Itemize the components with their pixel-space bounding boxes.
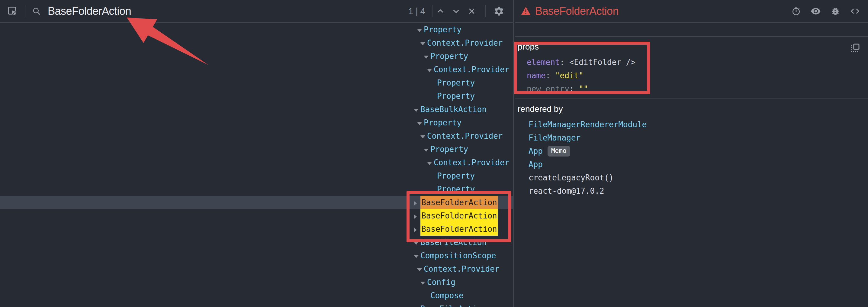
component-name: Context.Provider [424,262,499,276]
rendered-by-item: react-dom@17.0.2 [515,184,868,197]
tree-row[interactable]: Property [0,50,514,63]
prop-value[interactable]: <EditFolder /> [569,58,636,67]
component-name: Context.Provider [427,36,502,50]
tree-row[interactable]: Property [0,23,514,36]
search-input[interactable]: BaseFolderAction [48,5,408,18]
component-name: BaseBulkAction [421,103,487,116]
components-tree-panel: BaseFolderAction 1 | 4 PropertyContext.P… [0,0,514,307]
toolbar-divider [485,5,486,17]
tree-row[interactable]: Context.Provider [0,129,514,143]
caret-icon[interactable] [414,236,421,250]
caret-icon[interactable] [414,223,421,236]
component-name: Compose [430,289,464,302]
tree-row[interactable]: Property [0,143,514,156]
caret-icon[interactable] [427,63,434,77]
tree-row[interactable]: Property [0,89,514,103]
rendered-by-item[interactable]: AppMemo [515,145,868,158]
tree-row[interactable]: BaseBulkAction [0,103,514,116]
caret-icon[interactable] [424,143,430,156]
rendered-by-heading: rendered by [515,103,868,115]
bug-icon[interactable] [831,6,840,16]
component-name: Property [437,76,475,89]
caret-icon[interactable] [427,156,434,170]
rendered-by-section: rendered by FileManagerRendererModuleFil… [515,99,868,197]
caret-icon[interactable] [417,263,424,276]
props-entry[interactable]: name: "edit" [515,69,868,82]
chevron-down-icon[interactable] [452,7,460,16]
rendered-by-item[interactable]: App [515,158,868,171]
component-name: BaseFileAction [421,236,487,249]
left-toolbar: BaseFolderAction 1 | 4 [0,0,513,23]
component-tree: PropertyContext.ProviderPropertyContext.… [0,23,514,307]
tree-row[interactable]: BaseFolderAction [0,222,514,236]
component-name: BaseFolderAction [421,196,498,209]
component-name: Property [424,116,462,129]
gear-icon[interactable] [494,6,504,17]
caret-icon[interactable] [414,196,421,210]
component-name: BaseFolderAction [421,209,498,222]
tree-row[interactable]: Context.Provider [0,63,514,76]
prop-key: element [527,58,560,67]
prop-value[interactable]: "" [579,84,588,93]
toolbar-divider [432,5,433,17]
tree-row[interactable]: BaseFileAction [0,302,514,307]
component-name: Context.Provider [434,63,509,76]
owner-name: createLegacyRoot() [529,173,614,182]
component-name: CompositionScope [421,249,496,262]
props-heading: props [515,41,868,53]
inspector-subheader [515,23,868,37]
owner-name: FileManager [529,133,581,142]
caret-icon[interactable] [414,103,421,117]
caret-icon[interactable] [417,24,424,37]
prop-colon: : [546,71,555,80]
caret-icon[interactable] [421,37,427,50]
rendered-by-item[interactable]: FileManager [515,131,868,145]
tree-row[interactable]: BaseFolderAction [0,196,514,209]
close-icon[interactable] [467,7,476,16]
component-name: Property [430,50,468,63]
tree-row[interactable]: Context.Provider [0,262,514,276]
caret-icon[interactable] [414,210,421,223]
stopwatch-icon[interactable] [791,6,801,16]
prop-colon: : [569,84,579,93]
component-name: Context.Provider [434,156,509,169]
prop-key: name [527,71,546,80]
caret-icon[interactable] [424,50,430,63]
component-name: BaseFolderAction [421,222,498,236]
selected-component-title: BaseFolderAction [535,5,619,18]
component-name: Property [437,169,475,183]
caret-icon[interactable] [414,250,421,263]
tree-row[interactable]: Property [0,76,514,89]
caret-icon[interactable] [414,303,421,307]
tree-row[interactable]: BaseFolderAction [0,209,514,222]
code-icon[interactable] [850,6,860,16]
search-icon [32,7,41,16]
prop-value[interactable]: "edit" [555,71,584,80]
tree-row[interactable]: CompositionScope [0,249,514,262]
props-entries: element: <EditFolder />name: "edit"new e… [515,56,868,95]
component-name: Config [427,276,456,289]
tree-row[interactable]: Config [0,276,514,289]
tree-row[interactable]: BaseFileAction [0,236,514,249]
caret-icon[interactable] [421,130,427,143]
tree-row[interactable]: Context.Provider [0,36,514,50]
select-element-icon[interactable] [7,6,18,17]
memo-badge: Memo [548,146,570,156]
tree-row[interactable]: Compose [0,289,514,302]
copy-icon[interactable] [850,43,860,53]
props-entry[interactable]: element: <EditFolder /> [515,56,868,69]
tree-row[interactable]: Property [0,183,514,196]
eye-icon[interactable] [811,6,821,16]
tree-row[interactable]: Context.Provider [0,156,514,169]
props-entry[interactable]: new entry: "" [515,82,868,95]
tree-row[interactable]: Property [0,116,514,129]
caret-icon[interactable] [421,276,427,289]
tree-row[interactable]: Property [0,169,514,183]
owner-name: react-dom@17.0.2 [529,186,604,195]
caret-icon[interactable] [417,117,424,130]
rendered-by-item[interactable]: FileManagerRendererModule [515,118,868,131]
chevron-up-icon[interactable] [436,7,444,16]
right-toolbar: BaseFolderAction [515,0,868,23]
warning-icon [521,6,531,16]
props-section: props element: <EditFolder />name: "edit… [515,37,868,99]
